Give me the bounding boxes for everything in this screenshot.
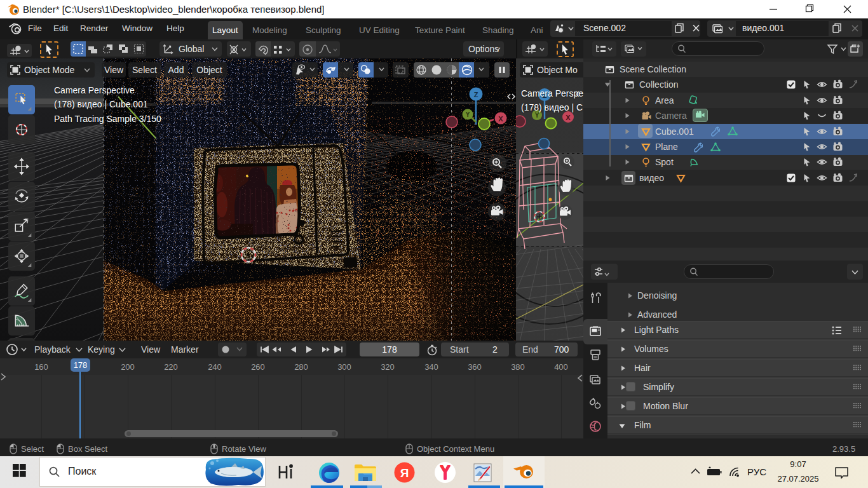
svg-text:Z: Z bbox=[474, 91, 478, 98]
svg-text:Y: Y bbox=[466, 111, 470, 118]
svg-text:Я: Я bbox=[400, 466, 409, 480]
svg-text:Y: Y bbox=[535, 112, 539, 119]
svg-text:X: X bbox=[566, 114, 571, 121]
svg-text:X: X bbox=[498, 115, 503, 123]
